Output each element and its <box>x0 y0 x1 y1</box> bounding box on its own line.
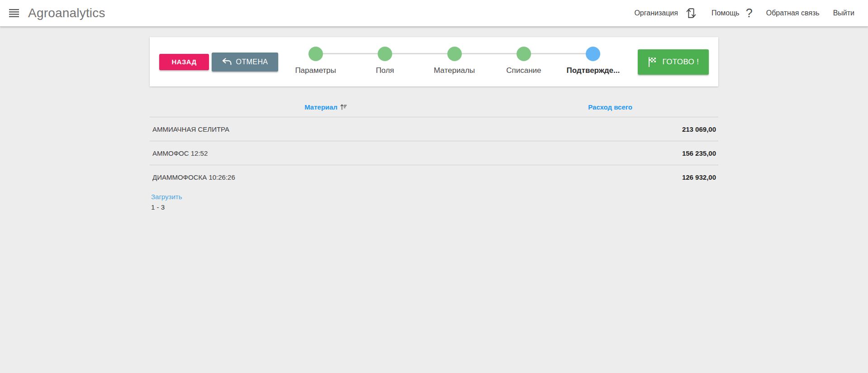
step-dot <box>586 47 600 61</box>
load-more-link[interactable]: Загрузить <box>151 193 182 201</box>
nav-feedback[interactable]: Обратная связь <box>759 9 826 17</box>
sort-ascending-icon <box>340 103 347 111</box>
column-header-material-label: Материал <box>304 103 337 111</box>
cell-total: 156 235,00 <box>682 149 716 157</box>
step-writeoff[interactable]: Списание <box>489 37 558 86</box>
cell-material: АММОФОС 12:52 <box>152 149 208 157</box>
nav-organization-label: Организация <box>634 9 678 17</box>
cell-total: 126 932,00 <box>682 173 716 181</box>
undo-icon <box>222 58 232 66</box>
nav-help[interactable]: Помощь ? <box>705 6 759 20</box>
table-row: АММИАЧНАЯ СЕЛИТРА 213 069,00 <box>150 117 718 141</box>
nav-organization[interactable]: Организация <box>627 6 705 20</box>
step-dot <box>447 47 462 61</box>
top-bar: Agroanalytics Организация Помощь ? Обрат… <box>0 0 868 27</box>
wizard-card: НАЗАД ОТМЕНА Параметры Поля Материалы Сп… <box>150 37 718 86</box>
nav-logout-label: Выйти <box>833 9 854 17</box>
app-title: Agroanalytics <box>28 6 105 20</box>
back-button[interactable]: НАЗАД <box>159 54 209 70</box>
cancel-button[interactable]: ОТМЕНА <box>212 53 278 72</box>
step-materials[interactable]: Материалы <box>420 37 489 86</box>
step-label: Поля <box>376 66 394 75</box>
step-parameters[interactable]: Параметры <box>281 37 350 86</box>
nav-feedback-label: Обратная связь <box>766 9 820 17</box>
step-label: Списание <box>506 66 541 75</box>
step-dot <box>308 47 323 61</box>
step-label: Материалы <box>434 66 475 75</box>
cell-total: 213 069,00 <box>682 125 716 133</box>
table-row: ДИАММОФОСКА 10:26:26 126 932,00 <box>150 165 718 189</box>
column-header-total[interactable]: Расход всего <box>502 103 718 111</box>
nav-help-label: Помощь <box>711 9 740 17</box>
checkered-flag-icon <box>648 57 657 67</box>
cell-material: АММИАЧНАЯ СЕЛИТРА <box>152 125 229 133</box>
menu-icon[interactable] <box>8 8 20 18</box>
repeat-icon <box>684 6 698 20</box>
done-button[interactable]: ГОТОВО ! <box>638 49 709 75</box>
wizard-stepper: Параметры Поля Материалы Списание Подтве… <box>281 37 628 86</box>
table-header-row: Материал Расход всего <box>150 103 718 111</box>
step-dot <box>378 47 392 61</box>
step-label: Параметры <box>295 66 336 75</box>
column-header-total-label: Расход всего <box>588 103 632 111</box>
column-header-material[interactable]: Материал <box>150 103 502 111</box>
done-button-label: ГОТОВО ! <box>663 57 699 67</box>
question-icon: ? <box>746 6 753 20</box>
step-dot <box>517 47 531 61</box>
nav-logout[interactable]: Выйти <box>826 9 854 17</box>
top-nav: Организация Помощь ? Обратная связь Выйт… <box>627 6 854 20</box>
step-confirmation[interactable]: Подтвержде... <box>559 37 628 86</box>
table-body: АММИАЧНАЯ СЕЛИТРА 213 069,00 АММОФОС 12:… <box>150 117 718 189</box>
step-label: Подтвержде... <box>566 66 620 75</box>
cancel-button-label: ОТМЕНА <box>236 58 268 66</box>
pagination-range: 1 - 3 <box>151 203 718 211</box>
table-row: АММОФОС 12:52 156 235,00 <box>150 141 718 165</box>
step-fields[interactable]: Поля <box>350 37 419 86</box>
materials-table: Материал Расход всего АММИАЧНАЯ СЕЛИТРА … <box>150 103 718 211</box>
cell-material: ДИАММОФОСКА 10:26:26 <box>152 173 235 181</box>
